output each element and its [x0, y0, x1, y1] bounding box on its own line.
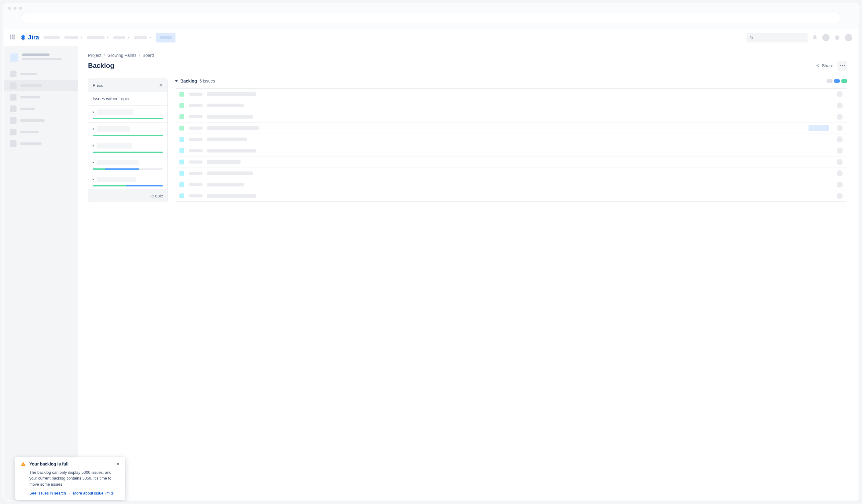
- issue-type-icon: [180, 92, 184, 96]
- issue-list: [175, 88, 440, 202]
- window-dot[interactable]: [13, 7, 16, 10]
- epic-card[interactable]: [88, 140, 167, 156]
- issue-row[interactable]: [175, 122, 440, 134]
- breadcrumb-project[interactable]: Project: [88, 53, 102, 58]
- chevron-right-icon: [93, 145, 94, 147]
- create-button[interactable]: [156, 33, 175, 42]
- chevron-down-icon: [127, 37, 130, 38]
- sidebar-item[interactable]: [4, 91, 78, 103]
- epic-card[interactable]: [88, 122, 167, 140]
- chevron-down-icon: [149, 37, 152, 38]
- issue-type-icon: [180, 114, 184, 119]
- chevron-right-icon: [93, 161, 94, 164]
- epic-card[interactable]: [88, 106, 167, 122]
- nav-item-dropdown[interactable]: [87, 36, 109, 39]
- chevron-down-icon: [106, 37, 109, 38]
- page-title: Backlog: [88, 62, 114, 70]
- sidebar-item[interactable]: [4, 138, 78, 149]
- issue-row[interactable]: [175, 100, 440, 111]
- product-name: Jira: [28, 34, 39, 41]
- chevron-down-icon: [80, 37, 82, 38]
- breadcrumb-board[interactable]: Board: [142, 53, 154, 58]
- project-avatar: [10, 53, 18, 62]
- nav-item[interactable]: [43, 36, 60, 39]
- issue-type-icon: [180, 182, 184, 187]
- window-dot[interactable]: [8, 7, 11, 10]
- issue-type-icon: [180, 160, 184, 164]
- content-area: Project / Growing Paints / Board Backlog: [78, 46, 440, 257]
- create-epic-button[interactable]: te epic: [88, 190, 167, 202]
- sidebar-item[interactable]: [4, 103, 78, 115]
- browser-frame: Jira: [2, 2, 440, 257]
- browser-window-controls: [2, 2, 440, 10]
- issue-row[interactable]: [175, 157, 440, 168]
- issue-row[interactable]: [175, 89, 440, 100]
- sidebar-item[interactable]: [4, 68, 78, 80]
- chevron-down-icon: [175, 80, 178, 82]
- app-shell: Jira: [4, 29, 440, 257]
- app-switcher-icon[interactable]: [10, 35, 16, 41]
- backlog-title: Backlog: [180, 79, 197, 83]
- create-epic-label: te epic: [151, 194, 163, 198]
- backlog-count: 5 issues: [199, 79, 215, 83]
- backlog-header[interactable]: Backlog 5 issues: [175, 79, 440, 83]
- issue-row[interactable]: [175, 145, 440, 157]
- sidebar-item[interactable]: [4, 115, 78, 126]
- sidebar-item[interactable]: [4, 126, 78, 138]
- issue-type-icon: [180, 194, 184, 198]
- issue-row[interactable]: [175, 111, 440, 122]
- chevron-right-icon: [93, 111, 94, 114]
- project-sidebar: [4, 46, 78, 257]
- breadcrumb-separator: /: [139, 53, 140, 58]
- breadcrumb-name[interactable]: Growing Paints: [107, 53, 136, 58]
- epic-card[interactable]: [88, 173, 167, 190]
- epic-card[interactable]: [88, 156, 167, 173]
- app-body: Project / Growing Paints / Board Backlog: [4, 46, 440, 257]
- epics-panel-title: Epics: [93, 83, 103, 88]
- jira-mark-icon: [20, 35, 26, 41]
- sidebar-project-header[interactable]: [4, 52, 78, 68]
- issue-row[interactable]: [175, 179, 440, 190]
- issue-type-icon: [180, 103, 184, 108]
- nav-item-dropdown[interactable]: [113, 36, 130, 39]
- breadcrumb: Project / Growing Paints / Board: [88, 53, 440, 58]
- sidebar-item-active[interactable]: [4, 80, 78, 91]
- chevron-right-icon: [93, 128, 94, 130]
- backlog-column: Backlog 5 issues: [175, 79, 440, 202]
- issue-type-icon: [180, 171, 184, 176]
- top-navigation: Jira: [4, 29, 440, 46]
- issue-row[interactable]: [175, 134, 440, 145]
- issue-type-icon: [180, 125, 184, 131]
- breadcrumb-separator: /: [104, 53, 105, 58]
- url-bar[interactable]: [21, 13, 440, 23]
- url-bar-container: [2, 10, 440, 29]
- page-header: Backlog Share: [88, 61, 440, 70]
- issue-row[interactable]: [175, 168, 440, 179]
- close-epics-panel-icon[interactable]: ✕: [159, 82, 163, 88]
- panel-row: Epics ✕ Issues without epic: [88, 79, 440, 202]
- chevron-right-icon: [93, 178, 94, 181]
- issue-type-icon: [180, 148, 184, 153]
- epics-panel-header: Epics ✕: [88, 79, 167, 92]
- issue-row[interactable]: [175, 190, 440, 201]
- nav-item-dropdown[interactable]: [134, 36, 152, 39]
- issues-without-epic[interactable]: Issues without epic: [88, 92, 167, 106]
- epics-panel: Epics ✕ Issues without epic: [88, 79, 168, 202]
- window-dot[interactable]: [19, 7, 22, 10]
- issue-type-icon: [180, 137, 184, 142]
- jira-logo[interactable]: Jira: [20, 34, 39, 41]
- nav-item-dropdown[interactable]: [64, 36, 82, 39]
